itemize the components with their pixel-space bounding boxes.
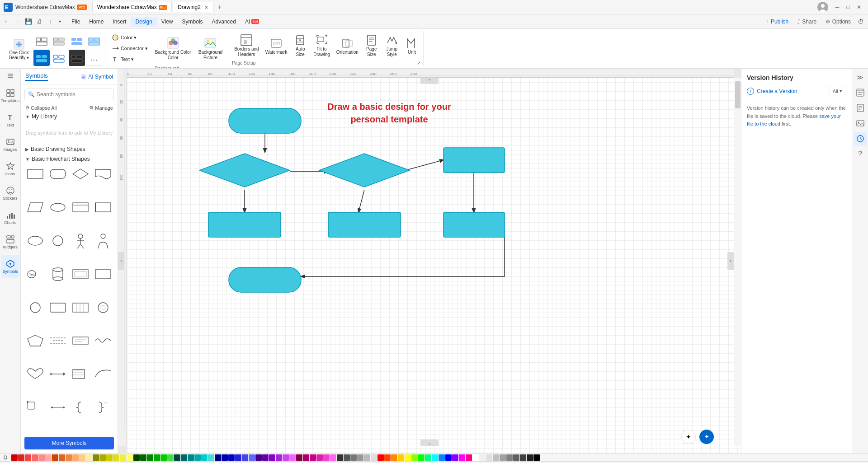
color-swatch[interactable]: [344, 454, 350, 461]
color-swatch[interactable]: [411, 454, 418, 461]
style-shape-4[interactable]: [51, 50, 67, 66]
color-swatch[interactable]: [500, 454, 506, 461]
style-shape-2[interactable]: [51, 33, 67, 49]
timer-icon[interactable]: ⏱: [855, 16, 866, 27]
page-size-button[interactable]: Page Size: [363, 33, 381, 59]
shape-cell-manual2[interactable]: [93, 199, 114, 215]
shape-cell-text-box[interactable]: [70, 332, 91, 349]
borders-headers-button[interactable]: ||| Borders and Headers: [232, 33, 261, 59]
shape-cell-ellipse[interactable]: [24, 233, 46, 249]
color-swatch[interactable]: [513, 454, 519, 461]
canvas-area[interactable]: 0 204060 80100120 140160180 200220240 26…: [118, 69, 741, 453]
basic-flowchart-section-header[interactable]: ▼ Basic Flowchart Shapes: [21, 154, 118, 164]
color-swatch[interactable]: [72, 454, 79, 461]
shape-cell-brace-close[interactable]: [93, 399, 114, 416]
color-swatch[interactable]: [452, 454, 458, 461]
back-button[interactable]: ←: [2, 17, 12, 27]
color-swatch[interactable]: [188, 454, 194, 461]
shape-cell-cylinder[interactable]: [47, 266, 68, 282]
shape-cell-rect3[interactable]: [93, 266, 114, 282]
file-tab[interactable]: Wondershare EdrawMax Pro: [92, 2, 172, 12]
color-swatch[interactable]: [113, 454, 119, 461]
color-swatch[interactable]: [350, 454, 357, 461]
print-button[interactable]: 🖨: [34, 17, 44, 27]
color-swatch[interactable]: [25, 454, 31, 461]
collapse-arrow-bottom[interactable]: ⌄: [420, 440, 439, 446]
color-swatch[interactable]: [425, 454, 431, 461]
color-swatch[interactable]: [316, 454, 323, 461]
more-symbols-button[interactable]: More Symbols: [24, 437, 114, 449]
color-swatch[interactable]: [222, 454, 228, 461]
sidebar-item-icons[interactable]: Icons: [1, 157, 19, 181]
shape-cell-brace-open[interactable]: [70, 399, 91, 416]
color-swatch[interactable]: [147, 454, 153, 461]
new-tab-button[interactable]: +: [214, 2, 225, 13]
color-swatch[interactable]: [133, 454, 140, 461]
shape-cell-dotline[interactable]: [47, 399, 68, 416]
color-swatch[interactable]: [194, 454, 201, 461]
sidebar-item-widgets[interactable]: Widgets: [1, 230, 19, 254]
color-swatch[interactable]: [533, 454, 540, 461]
color-swatch[interactable]: [405, 454, 411, 461]
style-shape-6[interactable]: [86, 33, 102, 49]
color-swatch[interactable]: [18, 454, 24, 461]
background-color-button[interactable]: Background Color Color: [152, 33, 194, 64]
color-swatch[interactable]: [99, 454, 106, 461]
color-swatch[interactable]: [445, 454, 452, 461]
menu-file[interactable]: File: [67, 17, 85, 27]
color-swatch[interactable]: [38, 454, 45, 461]
text-dropdown-button[interactable]: T Text ▾: [109, 54, 151, 64]
color-swatch[interactable]: [520, 454, 526, 461]
color-swatch[interactable]: [208, 454, 214, 461]
color-swatch[interactable]: [262, 454, 269, 461]
color-swatch[interactable]: [79, 454, 85, 461]
color-swatch[interactable]: [377, 454, 384, 461]
shape-cell-doc[interactable]: [93, 166, 114, 182]
shape-cell-line-arrow[interactable]: [47, 366, 68, 382]
menu-symbols[interactable]: Symbols: [178, 17, 208, 27]
undo-dropdown[interactable]: ▾: [56, 17, 63, 27]
menu-home[interactable]: Home: [85, 17, 108, 27]
color-swatch[interactable]: [296, 454, 302, 461]
color-swatch[interactable]: [52, 454, 58, 461]
connector-dropdown-button[interactable]: Connector ▾: [109, 43, 151, 53]
page-setup-expand[interactable]: ↗: [417, 61, 420, 66]
color-swatch[interactable]: [432, 454, 438, 461]
shape-cell-heart[interactable]: [24, 366, 46, 382]
color-swatch[interactable]: [418, 454, 425, 461]
search-input[interactable]: [24, 89, 114, 100]
canvas[interactable]: Draw a basic design for your personal te…: [127, 78, 741, 453]
close-button[interactable]: ✕: [854, 2, 864, 13]
right-icon-image[interactable]: [854, 117, 867, 130]
style-shape-3[interactable]: [33, 50, 50, 66]
shape-cell-swoosh[interactable]: [93, 366, 114, 382]
forward-button[interactable]: →: [13, 17, 23, 27]
collapse-sidebar-button[interactable]: [1, 70, 19, 81]
color-swatch[interactable]: [154, 454, 160, 461]
sidebar-item-images[interactable]: Images: [1, 133, 19, 156]
color-swatch[interactable]: [32, 454, 38, 461]
shape-cell-yesno[interactable]: Yes: [24, 266, 46, 282]
symbols-tab[interactable]: Symbols: [25, 72, 48, 81]
share-button[interactable]: ⤴ Share: [793, 17, 821, 27]
user-avatar[interactable]: [817, 2, 828, 13]
color-swatch[interactable]: [439, 454, 445, 461]
basic-drawing-section-header[interactable]: ▶ Basic Drawing Shapes: [21, 144, 118, 154]
shape-cell-multiline[interactable]: [70, 366, 91, 382]
color-swatch[interactable]: [201, 454, 208, 461]
canvas-sparkle-button[interactable]: ✦: [681, 430, 696, 444]
color-swatch[interactable]: [93, 454, 99, 461]
color-swatch[interactable]: [506, 454, 513, 461]
collapse-arrow-right[interactable]: ›: [727, 252, 734, 270]
color-swatch[interactable]: [174, 454, 180, 461]
color-swatch[interactable]: [269, 454, 275, 461]
unit-button[interactable]: Unit: [403, 33, 420, 59]
shape-cell-person[interactable]: [70, 233, 91, 249]
menu-insert[interactable]: Insert: [108, 17, 131, 27]
color-swatch[interactable]: [472, 454, 479, 461]
color-swatch[interactable]: [337, 454, 343, 461]
shape-cell-rounded[interactable]: [47, 166, 68, 182]
maximize-button[interactable]: □: [843, 2, 854, 13]
shape-cell-circle[interactable]: [47, 233, 68, 249]
right-icon-history[interactable]: [854, 132, 867, 145]
